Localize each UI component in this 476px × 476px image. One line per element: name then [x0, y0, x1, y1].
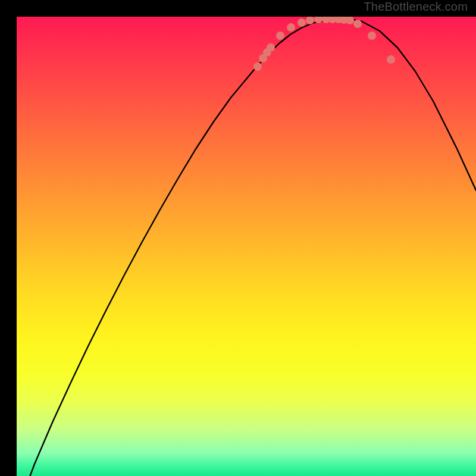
svg-point-14 [353, 20, 362, 28]
svg-point-16 [387, 55, 395, 64]
svg-point-4 [276, 32, 284, 40]
chart-svg [17, 17, 476, 476]
bottleneck-curve [17, 19, 476, 476]
svg-point-15 [368, 32, 376, 40]
marker-dots [253, 17, 395, 71]
svg-point-6 [298, 18, 306, 27]
svg-point-5 [287, 23, 295, 32]
chart-frame [8, 8, 468, 468]
svg-point-3 [267, 43, 275, 52]
svg-point-0 [253, 62, 262, 71]
watermark-text: TheBottleneck.com [364, 0, 468, 14]
plot-area [17, 17, 476, 476]
svg-point-13 [346, 17, 354, 24]
